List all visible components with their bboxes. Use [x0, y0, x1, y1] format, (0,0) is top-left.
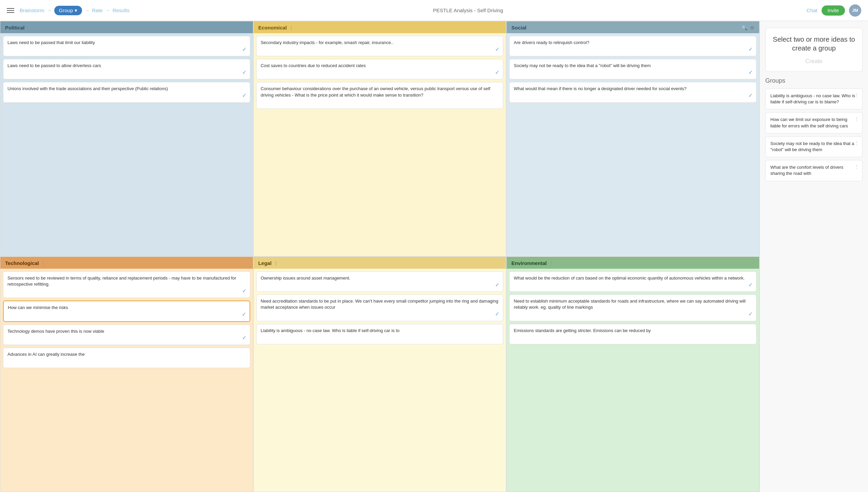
card-check-icon[interactable]: ✓ — [748, 69, 753, 76]
col-economical: Economical⋮Secondary industry impacts - … — [253, 21, 507, 257]
chat-button[interactable]: Chat — [807, 7, 817, 13]
card[interactable]: Need accreditation standards to be put i… — [256, 294, 504, 321]
group-card-drag-icon: ⋮ — [854, 116, 859, 122]
card[interactable]: Cost saves to countries due to reduced a… — [256, 59, 504, 79]
col-environmental: Environmental⋮What would be the reductio… — [506, 257, 760, 492]
nav-brainstorm[interactable]: Brainstorm — [20, 7, 44, 13]
card-text: Laws need to be passed to allow driverle… — [7, 63, 246, 69]
board: Political⋮Laws need to be passed that li… — [0, 21, 760, 492]
nav-arrow-2: → — [85, 8, 89, 13]
search-icon[interactable]: 🔍 — [742, 25, 747, 30]
create-button[interactable]: Create — [805, 58, 823, 65]
card-check-icon[interactable]: ✓ — [242, 334, 246, 342]
col-label-technological: Technological — [5, 260, 39, 266]
main-area: Political⋮Laws need to be passed that li… — [0, 21, 868, 492]
card-check-icon[interactable]: ✓ — [495, 310, 499, 318]
col-body-environmental: What would be the reduction of cars base… — [507, 269, 759, 492]
create-group-title: Select two or more ideas to create a gro… — [772, 35, 855, 53]
card[interactable]: Laws need to be passed that limit our li… — [3, 36, 250, 56]
card-text: Unions involved with the trade associati… — [7, 86, 246, 92]
col-body-social: Are drivers ready to relinquish control?… — [507, 33, 759, 256]
card-text: Secondary industry impacts - for example… — [261, 40, 499, 46]
card-text: Need to establish minimum acceptable sta… — [514, 298, 752, 310]
card-text: Society may not be ready to the idea tha… — [514, 63, 752, 69]
card[interactable]: Ownership issues around asset management… — [256, 271, 504, 292]
card[interactable]: Sensors need to be reviewed in terms of … — [3, 271, 250, 298]
nav-results[interactable]: Results — [113, 7, 130, 13]
card-check-icon[interactable]: ✓ — [495, 69, 499, 76]
card-check-icon[interactable]: ✓ — [242, 287, 246, 295]
drag-icon: ⋮ — [274, 261, 278, 266]
invite-button[interactable]: Invite — [822, 5, 845, 16]
group-card[interactable]: How can we limit our exposure to being l… — [765, 112, 863, 133]
drag-icon: ⋮ — [41, 261, 45, 266]
card-text: Emissions standards are getting stricter… — [514, 328, 752, 334]
group-card[interactable]: Liability is ambiguous - no case law. Wh… — [765, 88, 863, 109]
group-card-drag-icon: ⋮ — [854, 164, 859, 170]
header-right: Chat Invite JM — [807, 4, 861, 17]
nav-rate[interactable]: Rate — [92, 7, 103, 13]
card[interactable]: Consumer behaviour considerations over t… — [256, 82, 504, 108]
card-check-icon[interactable]: ✓ — [495, 281, 499, 289]
col-legal: Legal⋮Ownership issues around asset mana… — [253, 257, 507, 492]
card-text: Are drivers ready to relinquish control? — [514, 40, 752, 46]
settings-icon[interactable]: ⚙ — [750, 25, 754, 30]
group-card-text: Society may not be ready to the idea tha… — [770, 141, 854, 152]
card[interactable]: Emissions standards are getting stricter… — [509, 324, 756, 344]
col-label-political: Political — [5, 25, 25, 30]
card-check-icon[interactable]: ✓ — [242, 46, 246, 53]
nav-arrow-1: → — [47, 8, 52, 13]
nav-group[interactable]: Group ▾ — [54, 6, 82, 15]
col-header-social: Social⋮🔍⚙ — [507, 21, 759, 33]
card[interactable]: Society may not be ready to the idea tha… — [509, 59, 756, 79]
card[interactable]: Advances in AI can greatly increase the — [3, 348, 250, 368]
card-check-icon[interactable]: ✓ — [748, 281, 753, 289]
card[interactable]: Secondary industry impacts - for example… — [256, 36, 504, 56]
page-title: PESTLE Analysis - Self Driving — [433, 7, 503, 13]
col-header-political: Political⋮ — [0, 21, 253, 33]
card-check-icon[interactable]: ✓ — [748, 92, 753, 99]
card-text: Liability is ambiguous - no case law. Wh… — [261, 328, 499, 334]
card[interactable]: Liability is ambiguous - no case law. Wh… — [256, 324, 504, 344]
col-label-legal: Legal — [258, 260, 272, 266]
card-check-icon[interactable]: ✓ — [242, 92, 246, 99]
drag-icon: ⋮ — [289, 25, 293, 30]
card[interactable]: Laws need to be passed to allow driverle… — [3, 59, 250, 79]
drag-icon: ⋮ — [27, 25, 31, 30]
groups-section: Groups Liability is ambiguous - no case … — [765, 77, 863, 184]
col-header-environmental: Environmental⋮ — [507, 257, 759, 269]
card[interactable]: How can we minimise the risks✓ — [3, 301, 250, 322]
card-check-icon[interactable]: ✓ — [748, 46, 753, 53]
groups-title: Groups — [765, 77, 863, 84]
card-text: Technology demos have proven this is now… — [7, 328, 246, 334]
card[interactable]: Technology demos have proven this is now… — [3, 325, 250, 345]
header-left: Brainstorm → Group ▾ → Rate → Results — [7, 6, 130, 15]
group-card[interactable]: Society may not be ready to the idea tha… — [765, 136, 863, 157]
group-card[interactable]: What are the comfort levels of drivers s… — [765, 160, 863, 181]
card-check-icon[interactable]: ✓ — [242, 311, 246, 318]
card[interactable]: Are drivers ready to relinquish control?… — [509, 36, 756, 56]
card-text: What would that mean if there is no long… — [514, 86, 752, 92]
card-check-icon[interactable]: ✓ — [242, 69, 246, 76]
group-card-text: What are the comfort levels of drivers s… — [770, 165, 843, 176]
avatar[interactable]: JM — [849, 4, 861, 17]
card[interactable]: Unions involved with the trade associati… — [3, 82, 250, 102]
card-text: Sensors need to be reviewed in terms of … — [7, 275, 246, 287]
card[interactable]: What would be the reduction of cars base… — [509, 271, 756, 292]
col-body-technological: Sensors need to be reviewed in terms of … — [0, 269, 253, 492]
card-text: What would be the reduction of cars base… — [514, 275, 752, 281]
card-text: Advances in AI can greatly increase the — [7, 351, 246, 357]
card-text: Consumer behaviour considerations over t… — [261, 86, 499, 98]
group-card-drag-icon: ⋮ — [854, 140, 859, 146]
nav-steps: Brainstorm → Group ▾ → Rate → Results — [20, 6, 130, 15]
card-check-icon[interactable]: ✓ — [495, 46, 499, 53]
card-text: Ownership issues around asset management… — [261, 275, 499, 281]
card-check-icon[interactable]: ✓ — [748, 310, 753, 318]
col-label-environmental: Environmental — [511, 260, 547, 266]
hamburger-menu[interactable] — [7, 8, 14, 13]
col-body-legal: Ownership issues around asset management… — [254, 269, 506, 492]
sidebar: Select two or more ideas to create a gro… — [760, 21, 868, 492]
card[interactable]: What would that mean if there is no long… — [509, 82, 756, 102]
col-political: Political⋮Laws need to be passed that li… — [0, 21, 253, 257]
card[interactable]: Need to establish minimum acceptable sta… — [509, 294, 756, 321]
